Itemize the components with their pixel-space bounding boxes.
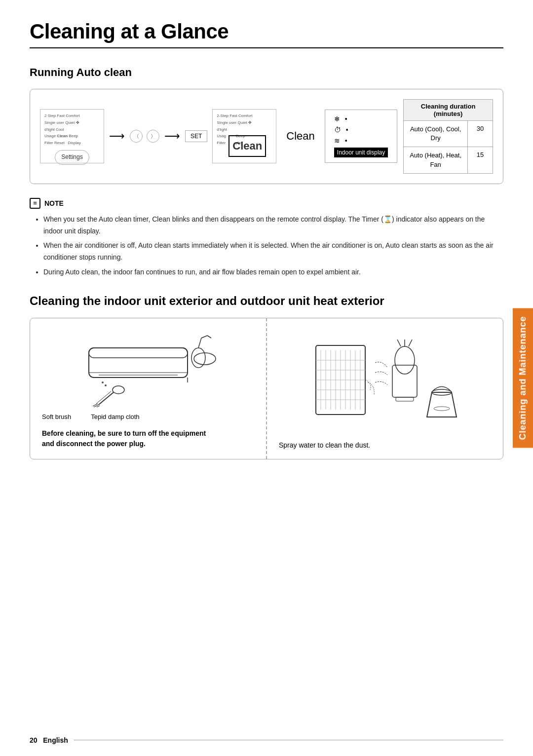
- footer: 20 English: [30, 736, 503, 744]
- timer-icon: ⏱: [334, 126, 341, 134]
- settings-label: Settings: [61, 153, 82, 160]
- duration-header: Cleaning duration(minutes): [404, 100, 493, 121]
- section-cleaning-exterior: Cleaning the indoor unit exterior and ou…: [30, 294, 503, 459]
- note-header: ≡ NOTE: [30, 198, 503, 209]
- svg-line-11: [96, 391, 111, 404]
- section2-title: Cleaning the indoor unit exterior and ou…: [30, 294, 503, 308]
- svg-line-7: [201, 336, 207, 338]
- page-title: Cleaning at a Glance: [30, 20, 503, 43]
- note-list: When you set the Auto clean timer, Clean…: [30, 214, 503, 278]
- brush-label: Soft brush: [42, 413, 71, 420]
- illustration-labels: Soft brush Tepid damp cloth: [42, 413, 140, 420]
- icon-row-2: ⏱ •: [334, 126, 388, 134]
- duration-min-1: 30: [468, 121, 493, 147]
- indoor-ac-svg: [74, 328, 222, 407]
- duration-desc-1: Auto (Cool), Cool,Dry: [404, 121, 468, 147]
- set-button[interactable]: SET: [185, 130, 207, 142]
- snowflake-icon: ❄: [334, 115, 340, 123]
- svg-rect-0: [89, 348, 188, 378]
- title-divider: [30, 47, 503, 48]
- settings-button[interactable]: Settings: [55, 150, 89, 164]
- dot-1: •: [345, 115, 347, 123]
- dot-3: •: [345, 137, 347, 145]
- svg-line-6: [198, 338, 201, 348]
- cloth-label: Tepid damp cloth: [91, 413, 139, 420]
- indoor-unit-illustration: [42, 328, 254, 407]
- side-tab-label: Cleaning and Maintenance: [518, 316, 528, 440]
- svg-line-34: [397, 340, 401, 346]
- note-icon: ≡: [30, 198, 40, 209]
- section1-title: Running Auto clean: [30, 66, 503, 79]
- indoor-icons: ❄ • ⏱ • ≋ •: [334, 115, 388, 145]
- cleaning-left-panel: Soft brush Tepid damp cloth Before clean…: [30, 318, 267, 459]
- auto-clean-diagram: 2 Step Fast Comfort Single user Quiet ✤ …: [30, 89, 503, 184]
- svg-point-15: [113, 386, 124, 394]
- nav-left-button[interactable]: 〈: [130, 130, 143, 143]
- note-label: NOTE: [44, 199, 64, 207]
- clean-text-label: Clean: [286, 130, 314, 143]
- left-caption: Before cleaning, be sure to turn off the…: [42, 428, 206, 449]
- outdoor-unit-illustration: [279, 328, 491, 432]
- icon-row-3: ≋ •: [334, 137, 388, 145]
- icon-row-1: ❄ •: [334, 115, 388, 123]
- cleaning-right-panel: Spray water to clean the dust.: [267, 318, 503, 459]
- duration-min-2: 15: [468, 147, 493, 173]
- svg-point-40: [434, 407, 450, 411]
- duration-row-2: Auto (Heat), Heat,Fan 15: [404, 147, 493, 173]
- duration-desc-2: Auto (Heat), Heat,Fan: [404, 147, 468, 173]
- cleaning-diagrams-box: Soft brush Tepid damp cloth Before clean…: [30, 318, 503, 459]
- svg-line-36: [409, 340, 412, 346]
- footer-divider: [74, 740, 503, 741]
- svg-rect-37: [392, 365, 417, 397]
- svg-point-33: [395, 346, 415, 374]
- note-item-1: When you set the Auto clean timer, Clean…: [43, 214, 503, 237]
- svg-point-16: [102, 381, 104, 383]
- right-caption: Spray water to clean the dust.: [279, 441, 370, 449]
- main-content: Cleaning at a Glance Running Auto clean …: [30, 0, 503, 459]
- indoor-display-label: Indoor unit display: [334, 148, 388, 157]
- nav-controls: 〈 〉: [130, 130, 159, 143]
- note-item-2: When the air conditioner is off, Auto cl…: [43, 240, 503, 264]
- svg-rect-38: [396, 397, 414, 401]
- footer-page-number: 20 English: [30, 736, 68, 744]
- indoor-unit-display: ❄ • ⏱ • ≋ • Indoor unit display: [325, 110, 397, 163]
- note-section: ≡ NOTE When you set the Auto clean timer…: [30, 198, 503, 278]
- clean-label: Clean: [228, 135, 266, 156]
- dot-2: •: [346, 126, 348, 134]
- cleaning-duration-table: Cleaning duration(minutes) Auto (Cool), …: [403, 99, 493, 174]
- note-item-3: During Auto clean, the indoor fan contin…: [43, 266, 503, 278]
- arrow-1: ⟶: [109, 130, 125, 143]
- wave-icon: ≋: [334, 137, 340, 145]
- svg-point-17: [105, 384, 107, 386]
- svg-line-10: [99, 392, 114, 405]
- nav-right-button[interactable]: 〉: [147, 130, 159, 143]
- remote-display-2: 2-Step Fast Comfort Single user Quiet ✤ …: [212, 109, 276, 163]
- svg-rect-1: [89, 348, 188, 358]
- side-tab: Cleaning and Maintenance: [513, 308, 533, 448]
- outdoor-unit-svg: [306, 336, 464, 424]
- arrow-2: ⟶: [164, 130, 180, 143]
- section-auto-clean: Running Auto clean 2 Step Fast Comfort S…: [30, 66, 503, 278]
- remote-display-1: 2 Step Fast Comfort Single user Quiet ✤ …: [40, 109, 104, 163]
- svg-line-8: [207, 336, 211, 338]
- duration-row-1: Auto (Cool), Cool,Dry 30: [404, 121, 493, 147]
